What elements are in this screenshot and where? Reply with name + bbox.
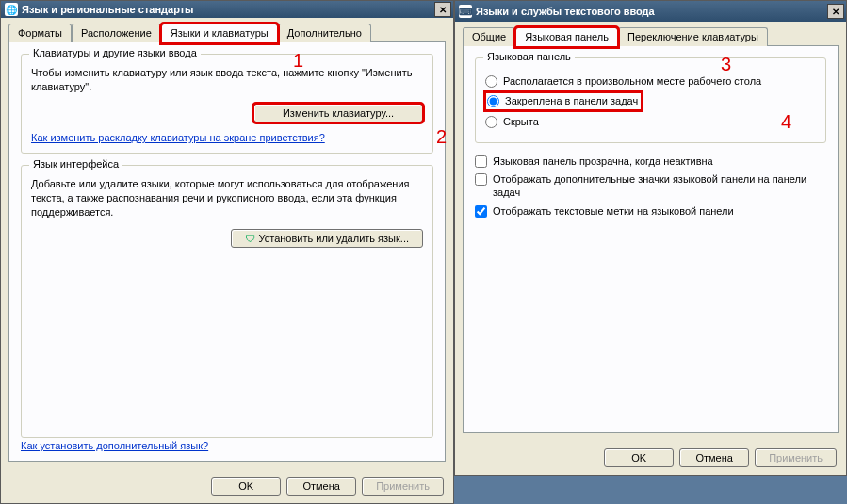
check-extra-icons[interactable]: Отображать дополнительные значки языково… [475, 172, 826, 200]
welcome-layout-link[interactable]: Как изменить раскладку клавиатуры на экр… [31, 132, 325, 143]
tabs: Общие Языковая панель Переключение клави… [463, 27, 839, 46]
text-services-dialog: ⌨ Языки и службы текстового ввода ✕ Общи… [454, 0, 847, 476]
dialog-buttons: OK Отмена Применить [1, 469, 453, 503]
window-title: Языки и службы текстового ввода [476, 6, 655, 17]
tab-general[interactable]: Общие [463, 27, 515, 46]
ok-button[interactable]: OK [211, 477, 281, 496]
radio-input[interactable] [485, 116, 497, 128]
cancel-button[interactable]: Отмена [286, 477, 356, 496]
close-icon[interactable]: ✕ [434, 2, 451, 17]
tab-advanced[interactable]: Дополнительно [278, 24, 371, 42]
group-language-bar: Языковая панель Располагается в произвол… [475, 57, 826, 143]
shield-icon: 🛡 [245, 233, 255, 244]
tabs: Форматы Расположение Языки и клавиатуры … [8, 24, 446, 42]
checkbox-input[interactable] [475, 205, 487, 218]
tab-formats[interactable]: Форматы [8, 24, 72, 42]
radio-input[interactable] [485, 75, 497, 88]
keyboard-icon: ⌨ [459, 5, 472, 18]
group-legend: Клавиатуры и другие языки ввода [29, 47, 201, 58]
group-text: Добавьте или удалите языки, которые могу… [31, 177, 423, 219]
group-text: Чтобы изменить клавиатуру или язык ввода… [31, 66, 423, 94]
tab-location[interactable]: Расположение [72, 24, 161, 42]
apply-button[interactable]: Применить [755, 448, 837, 467]
globe-icon: 🌐 [5, 3, 18, 16]
tab-switch[interactable]: Переключение клавиатуры [618, 27, 768, 46]
check-text-labels[interactable]: Отображать текстовые метки на языковой п… [475, 204, 826, 218]
cancel-button[interactable]: Отмена [679, 448, 749, 467]
tab-panel: Клавиатуры и другие языки ввода Чтобы из… [8, 41, 446, 462]
install-more-link[interactable]: Как установить дополнительный язык? [21, 440, 208, 451]
annotation-marker: 2 [436, 126, 447, 148]
annotation-marker: 1 [293, 50, 303, 72]
dialog-buttons: OK Отмена Применить [455, 441, 846, 475]
install-language-button[interactable]: 🛡Установить или удалить язык... [231, 229, 424, 248]
annotation-marker: 4 [781, 111, 791, 133]
group-ui-language: Язык интерфейса Добавьте или удалите язы… [21, 165, 433, 438]
annotation-marker: 3 [721, 54, 731, 75]
ok-button[interactable]: OK [604, 448, 674, 467]
checkbox-input[interactable] [475, 155, 487, 168]
check-transparent[interactable]: Языковая панель прозрачна, когда неактив… [475, 154, 826, 168]
titlebar[interactable]: ⌨ Языки и службы текстового ввода ✕ [455, 1, 846, 22]
group-legend: Язык интерфейса [29, 158, 122, 170]
change-keyboard-button[interactable]: Изменить клавиатуру... [253, 104, 423, 122]
titlebar[interactable]: 🌐 Язык и региональные стандарты ✕ [1, 1, 453, 18]
tab-panel: Языковая панель Располагается в произвол… [463, 45, 839, 433]
region-dialog: 🌐 Язык и региональные стандарты ✕ Формат… [0, 0, 454, 504]
apply-button[interactable]: Применить [362, 477, 444, 496]
tab-keyboards[interactable]: Языки и клавиатуры [161, 24, 278, 43]
group-keyboards: Клавиатуры и другие языки ввода Чтобы из… [21, 54, 433, 154]
radio-input[interactable] [487, 95, 499, 107]
group-legend: Языковая панель [483, 51, 575, 62]
radio-hidden[interactable]: Скрыта [485, 115, 816, 128]
checkbox-input[interactable] [475, 173, 487, 186]
radio-docked[interactable]: Закреплена в панели задач [485, 92, 642, 109]
window-title: Язык и региональные стандарты [22, 4, 194, 15]
tab-language-bar[interactable]: Языковая панель [515, 27, 618, 47]
close-icon[interactable]: ✕ [827, 4, 844, 19]
radio-floating[interactable]: Располагается в произвольном месте рабоч… [485, 74, 816, 88]
